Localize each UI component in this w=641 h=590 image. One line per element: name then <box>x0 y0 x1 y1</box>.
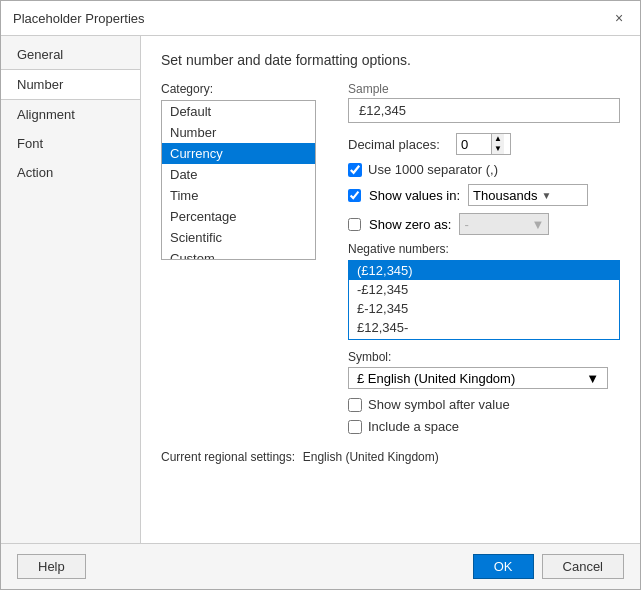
cancel-button[interactable]: Cancel <box>542 554 624 579</box>
show-symbol-after-row: Show symbol after value <box>348 397 620 412</box>
sample-box: £12,345 <box>348 98 620 123</box>
sample-label: Sample <box>348 82 620 96</box>
use-separator-label: Use 1000 separator (,) <box>368 162 498 177</box>
negative-numbers-label: Negative numbers: <box>348 242 620 256</box>
category-time[interactable]: Time <box>162 185 315 206</box>
include-space-checkbox[interactable] <box>348 420 362 434</box>
spin-down-button[interactable]: ▼ <box>491 144 504 154</box>
sample-value: £12,345 <box>359 103 406 118</box>
category-number[interactable]: Number <box>162 122 315 143</box>
show-symbol-after-label: Show symbol after value <box>368 397 510 412</box>
sidebar-item-alignment[interactable]: Alignment <box>1 100 140 129</box>
category-label: Category: <box>161 82 332 96</box>
negative-item-0[interactable]: (£12,345) <box>349 261 619 280</box>
symbol-value: £ English (United Kingdom) <box>357 371 515 386</box>
main-content: Set number and date formatting options. … <box>141 36 640 543</box>
sidebar-item-font[interactable]: Font <box>1 129 140 158</box>
placeholder-properties-dialog: Placeholder Properties × General Number … <box>0 0 641 590</box>
sidebar: General Number Alignment Font Action <box>1 36 141 543</box>
dialog-title: Placeholder Properties <box>13 11 145 26</box>
category-percentage[interactable]: Percentage <box>162 206 315 227</box>
category-section: Category: Default Number Currency Date T… <box>161 82 620 441</box>
show-symbol-after-checkbox[interactable] <box>348 398 362 412</box>
negative-item-2[interactable]: £-12,345 <box>349 299 619 318</box>
category-panel: Category: Default Number Currency Date T… <box>161 82 332 260</box>
show-zero-row: Show zero as: - ▼ <box>348 213 620 235</box>
show-values-label: Show values in: <box>369 188 460 203</box>
symbol-dropdown[interactable]: £ English (United Kingdom) ▼ <box>348 367 608 389</box>
negative-item-1[interactable]: -£12,345 <box>349 280 619 299</box>
regional-value: English (United Kingdom) <box>303 450 439 464</box>
show-zero-label: Show zero as: <box>369 217 451 232</box>
symbol-arrow: ▼ <box>586 371 599 386</box>
category-custom[interactable]: Custom <box>162 248 315 260</box>
sidebar-item-general[interactable]: General <box>1 40 140 69</box>
include-space-row: Include a space <box>348 419 620 434</box>
footer-right: OK Cancel <box>473 554 624 579</box>
negative-item-3[interactable]: £12,345- <box>349 318 619 337</box>
sidebar-item-action[interactable]: Action <box>1 158 140 187</box>
symbol-label: Symbol: <box>348 350 620 364</box>
dialog-body: General Number Alignment Font Action Set… <box>1 36 640 543</box>
category-currency[interactable]: Currency <box>162 143 315 164</box>
show-zero-dropdown: - ▼ <box>459 213 549 235</box>
show-values-option: Thousands <box>473 188 537 203</box>
ok-button[interactable]: OK <box>473 554 534 579</box>
use-separator-checkbox[interactable] <box>348 163 362 177</box>
category-list[interactable]: Default Number Currency Date Time Percen… <box>161 100 316 260</box>
footer: Help OK Cancel <box>1 543 640 589</box>
symbol-dropdown-wrap: £ English (United Kingdom) ▼ <box>348 367 620 389</box>
main-title: Set number and date formatting options. <box>161 52 620 68</box>
decimal-places-input[interactable] <box>457 134 491 154</box>
close-button[interactable]: × <box>610 9 628 27</box>
right-panel: Sample £12,345 Decimal places: ▲ ▼ <box>348 82 620 441</box>
spin-buttons: ▲ ▼ <box>491 134 504 154</box>
help-button[interactable]: Help <box>17 554 86 579</box>
title-bar: Placeholder Properties × <box>1 1 640 36</box>
decimal-places-label: Decimal places: <box>348 137 448 152</box>
negative-numbers-list[interactable]: (£12,345) -£12,345 £-12,345 £12,345- <box>348 260 620 340</box>
regional-row: Current regional settings: English (Unit… <box>161 449 620 464</box>
category-date[interactable]: Date <box>162 164 315 185</box>
regional-label: Current regional settings: <box>161 450 295 464</box>
decimal-places-row: Decimal places: ▲ ▼ <box>348 133 620 155</box>
show-zero-checkbox[interactable] <box>348 218 361 231</box>
dropdown-arrow: ▼ <box>541 190 583 201</box>
decimal-places-spinner[interactable]: ▲ ▼ <box>456 133 511 155</box>
category-scientific[interactable]: Scientific <box>162 227 315 248</box>
category-default[interactable]: Default <box>162 101 315 122</box>
use-separator-row: Use 1000 separator (,) <box>348 162 620 177</box>
include-space-label: Include a space <box>368 419 459 434</box>
show-values-row: Show values in: Thousands ▼ <box>348 184 620 206</box>
sidebar-item-number[interactable]: Number <box>1 69 140 100</box>
show-values-checkbox[interactable] <box>348 189 361 202</box>
spin-up-button[interactable]: ▲ <box>491 134 504 144</box>
show-zero-option: - <box>464 217 468 232</box>
show-values-dropdown[interactable]: Thousands ▼ <box>468 184 588 206</box>
